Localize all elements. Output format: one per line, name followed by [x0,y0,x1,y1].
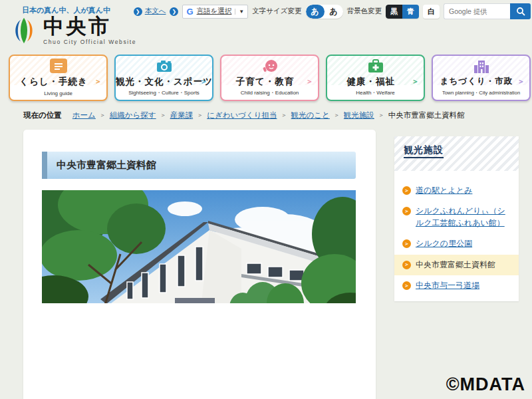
main-content-panel: 中央市豊富郷土資料館 [23,130,376,399]
memo-icon [50,59,67,73]
sidebar-link-label[interactable]: シルクふれんどりぃ（シルク工芸館ふれあい館） [416,205,513,229]
site-tagline: 日本の真ん中、人が真ん中 [22,5,110,15]
page-title: 中央市豊富郷土資料館 [42,152,356,179]
nav-card-label: 健康・福祉 [327,76,414,88]
sidebar-tourist-facilities: 観光施設 ＞ 道の駅とよとみ ＞ シルクふれんどりぃ（シルク工芸館ふれあい館） … [394,136,519,301]
breadcrumb-link-home[interactable]: ホーム [72,110,96,120]
sidebar-link-label[interactable]: 中央市与一弓道場 [416,280,479,291]
arrow-right-icon: ＞ [402,239,411,248]
nav-card-health[interactable]: 健康・福祉 ＞ Health・Welfare [326,55,425,101]
nav-card-label: くらし・手続き [10,76,97,88]
first-aid-icon [367,59,384,76]
text-size-label: 文字サイズ変更 [252,7,301,16]
nav-card-childraising[interactable]: 子育て・教育 ＞ Child raising・Education [220,55,319,101]
sidebar-link-archery[interactable]: ＞ 中央市与一弓道場 [394,275,519,296]
breadcrumb-link-nigiwai[interactable]: にぎわいづくり担当 [207,110,277,120]
sidebar-link-label: 中央市豊富郷土資料館 [416,259,495,271]
arrow-right-icon: ＞ [402,207,411,215]
search-button[interactable] [510,3,531,19]
utility-bar: ❯ 本文へ ❯ G 言語を選択 ▼ 文字サイズ変更 あ あ 背景色変更 黒 青 … [134,3,531,19]
nav-card-cityadmin[interactable]: まちづくり・市政 ＞ Town planning・City administra… [432,55,531,101]
text-size-large-button[interactable]: あ [325,5,343,19]
nav-card-sublabel: Sightseeing・Culture・Sports [116,89,212,96]
sidebar-link-silk-friendly[interactable]: ＞ シルクふれんどりぃ（シルク工芸館ふれあい館） [394,201,519,233]
main-navigation: くらし・手続き ＞ Living guide 観光・文化・スポーツ ＞ Sigh… [9,55,531,101]
chuo-city-mark-icon [9,15,39,46]
baby-icon [261,59,279,76]
nav-card-sublabel: Living guide [10,90,106,96]
bg-black-button[interactable]: 黒 [386,5,402,19]
breadcrumb-link-industry[interactable]: 産業課 [170,110,194,120]
arrow-right-icon: ＞ [402,186,411,195]
nav-card-living[interactable]: くらし・手続き ＞ Living guide [9,55,108,101]
breadcrumb-separator: ＞ [378,111,384,120]
sidebar-link-museum-current[interactable]: ＞ 中央市豊富郷土資料館 [394,255,519,275]
chevron-right-icon: ＞ [200,76,207,86]
bg-white-wrap: 白 [423,5,440,19]
camera-icon [156,59,173,76]
site-name: 中央市 [43,15,136,38]
arrow-right-icon: ❯ [134,7,142,16]
nav-card-sublabel: Health・Welfare [327,89,424,96]
bg-blue-button[interactable]: 青 [402,5,419,19]
breadcrumb-separator: ＞ [197,111,203,120]
bg-color-label: 背景色変更 [347,7,382,16]
nav-card-label: まちづくり・市政 [433,76,520,87]
nav-card-sublabel: Child raising・Education [221,89,318,96]
nav-card-label: 子育て・教育 [221,76,309,88]
museum-photo [42,190,356,303]
breadcrumb: 現在の位置 ホーム ＞ 組織から探す ＞ 産業課 ＞ にぎわいづくり担当 ＞ 観… [23,110,525,120]
chevron-right-icon: ＞ [94,76,102,86]
site-title-block: 中央市 Chuo City Official Website [43,15,136,45]
site-subtitle: Chuo City Official Website [43,39,136,45]
breadcrumb-link-facilities[interactable]: 観光施設 [344,110,374,120]
breadcrumb-separator: ＞ [100,111,106,120]
nav-card-sightseeing[interactable]: 観光・文化・スポーツ ＞ Sightseeing・Culture・Sports [114,55,213,101]
chevron-down-icon[interactable]: ▼ [235,9,244,15]
sidebar-links: ＞ 道の駅とよとみ ＞ シルクふれんどりぃ（シルク工芸館ふれあい館） ＞ シルク… [394,171,519,296]
site-search [444,3,531,19]
skip-to-content[interactable]: ❯ 本文へ [134,7,166,16]
chevron-right-icon: ＞ [306,76,313,86]
search-icon [516,7,525,16]
watermark: ©MDATA [446,374,525,395]
breadcrumb-separator: ＞ [281,111,287,120]
nav-card-label: 観光・文化・スポーツ [116,76,203,88]
chevron-right-icon: ＞ [517,76,525,86]
breadcrumb-link-organization[interactable]: 組織から探す [110,110,156,120]
language-select-label[interactable]: 言語を選択 [197,7,232,16]
text-size-normal-button[interactable]: あ [306,5,325,19]
building-icon [473,59,489,76]
arrow-right-icon: ❯ [170,7,178,16]
breadcrumb-separator: ＞ [334,111,340,120]
sidebar-link-michinoeki[interactable]: ＞ 道の駅とよとみ [394,180,519,201]
text-size-switch: あ あ [306,5,343,19]
sidebar-link-label[interactable]: 道の駅とよとみ [416,185,472,196]
sidebar-link-label[interactable]: シルクの里公園 [416,238,472,249]
search-input[interactable] [444,3,510,19]
breadcrumb-separator: ＞ [160,111,166,120]
chevron-right-icon: ＞ [412,76,419,86]
sidebar-header: 観光施設 [394,136,519,171]
bg-color-switch: 黒 青 [386,5,419,19]
sidebar-title: 観光施設 [404,144,444,158]
breadcrumb-current: 中央市豊富郷土資料館 [388,110,465,120]
nav-card-sublabel: Town planning・City administration [433,90,529,96]
language-select[interactable]: G 言語を選択 ▼ [182,5,248,19]
google-logo-icon: G [186,7,193,17]
breadcrumb-link-kanko[interactable]: 観光のこと [291,110,330,120]
breadcrumb-label: 現在の位置 [23,110,62,120]
arrow-right-icon: ＞ [402,261,411,269]
site-logo[interactable]: 中央市 Chuo City Official Website [9,15,136,46]
bg-white-button[interactable]: 白 [423,5,440,19]
arrow-right-icon: ＞ [402,281,411,290]
sidebar-link-silk-park[interactable]: ＞ シルクの里公園 [394,233,519,254]
skip-link[interactable]: 本文へ [145,7,166,16]
